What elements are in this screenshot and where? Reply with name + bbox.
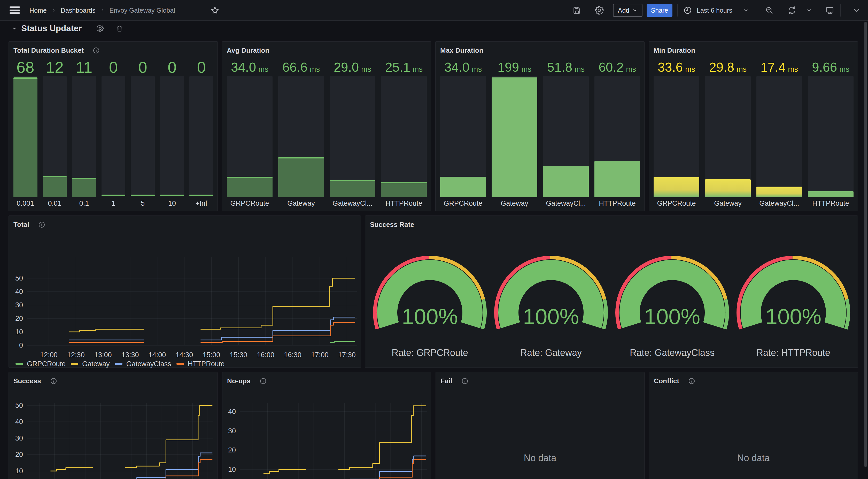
panel-max-duration[interactable]: Max Duration34.0msGRPCRoute199msGateway5… xyxy=(435,41,645,211)
y-axis-tick: 40 xyxy=(15,288,23,296)
legend-series-label[interactable]: Gateway xyxy=(82,360,110,368)
zoom-out-icon[interactable] xyxy=(764,5,774,15)
navbar-actions: Add Share Last 6 hours xyxy=(0,0,868,21)
panel-title[interactable]: Total Duration Bucket xyxy=(13,46,84,55)
gauge-title: Rate: GatewayClass xyxy=(612,347,733,358)
share-button[interactable]: Share xyxy=(647,4,673,17)
bar-track xyxy=(72,76,96,195)
legend-series-label[interactable]: HTTPRoute xyxy=(188,360,225,368)
bar-value-number: 25.1 xyxy=(385,60,410,75)
bar-value-number: 17.4 xyxy=(761,60,785,75)
panel-success[interactable]: Success1020304050 xyxy=(8,372,218,479)
panel-total[interactable]: Total0102030405012:0012:3013:0013:3014:0… xyxy=(8,215,361,368)
bar-value: 68 xyxy=(11,60,40,75)
bar-value-number: 0 xyxy=(168,58,177,76)
legend-series-label[interactable]: GatewayClass xyxy=(126,360,171,368)
panel-header: Max Duration xyxy=(440,46,483,55)
bar-value: 11 xyxy=(69,60,99,75)
bar-label: GatewayCl... xyxy=(540,200,592,208)
divider xyxy=(677,4,678,16)
gauge-rate-gateway[interactable]: 100% xyxy=(491,253,611,335)
grafana-dashboard: Home Dashboards Envoy Gateway Global Add… xyxy=(0,0,868,479)
panel-conflict[interactable]: ConflictNo data xyxy=(649,372,858,479)
panel-fail[interactable]: FailNo data xyxy=(436,372,645,479)
panel-title[interactable]: Min Duration xyxy=(654,46,695,55)
y-axis-tick: 20 xyxy=(228,446,236,454)
panel-title[interactable]: Success Rate xyxy=(370,221,414,229)
bar-value-unit: ms xyxy=(575,65,585,73)
bar-fill xyxy=(330,180,375,197)
panel-total-duration-bucket[interactable]: Total Duration Bucket680.001120.01110.10… xyxy=(8,41,218,211)
gauge-rate-httproute[interactable]: 100% xyxy=(733,253,854,335)
time-series-plot[interactable]: 10203040 xyxy=(222,372,431,479)
bar-value-number: 29.0 xyxy=(334,60,359,75)
bar-value-number: 9.66 xyxy=(812,60,837,75)
row-collapse-chevron-icon[interactable] xyxy=(12,26,17,31)
y-axis-tick: 20 xyxy=(15,451,23,458)
bar-track xyxy=(381,76,427,195)
bar-value: 34.0ms xyxy=(437,60,489,75)
bar-value-unit: ms xyxy=(361,65,371,73)
series-GatewayClass xyxy=(200,317,355,340)
bar-value-unit: ms xyxy=(737,65,747,73)
bar-label: GatewayCl... xyxy=(327,200,378,208)
y-axis-tick: 50 xyxy=(15,274,23,282)
gauge-rate-grpcroute[interactable]: 100% xyxy=(370,253,490,335)
panel-success-rate[interactable]: Success Rate100%Rate: GRPCRoute100%Rate:… xyxy=(365,215,858,368)
y-axis-tick: 30 xyxy=(228,427,236,435)
panel-no-ops[interactable]: No-ops10203040 xyxy=(222,372,431,479)
gauge-title: Rate: HTTPRoute xyxy=(733,347,854,358)
legend-item[interactable]: GRPCRoute xyxy=(16,360,66,368)
gauge-rate-gatewayclass[interactable]: 100% xyxy=(612,253,733,335)
y-axis-tick: 0 xyxy=(19,341,23,349)
bar-fill xyxy=(227,177,273,197)
gauge-value: 100% xyxy=(644,304,700,329)
bar-fill xyxy=(492,77,537,197)
bar-fill xyxy=(160,195,184,196)
panel-min-duration[interactable]: Min Duration33.6msGRPCRoute29.8msGateway… xyxy=(649,41,858,211)
add-button[interactable]: Add xyxy=(613,4,643,17)
bar-value-unit: ms xyxy=(788,65,798,73)
panel-header: Avg Duration xyxy=(227,46,270,55)
panel-title[interactable]: Conflict xyxy=(654,377,679,385)
page-scrollbar[interactable] xyxy=(864,22,867,467)
panel-info-icon[interactable] xyxy=(92,47,100,54)
legend-series-label[interactable]: GRPCRoute xyxy=(27,360,66,368)
series-Gateway xyxy=(69,329,144,332)
row-actions xyxy=(96,25,123,32)
y-axis-tick: 40 xyxy=(228,408,236,415)
bar-fill xyxy=(101,195,126,196)
time-series-plot[interactable]: 1020304050 xyxy=(9,372,217,479)
panel-header: Conflict xyxy=(654,376,695,385)
refresh-interval-chevron-icon[interactable] xyxy=(804,5,814,15)
panel-title[interactable]: Fail xyxy=(440,377,452,385)
bar-label: 0.001 xyxy=(11,200,40,208)
row-title[interactable]: Status Updater xyxy=(21,24,82,33)
panel-title[interactable]: Max Duration xyxy=(440,46,483,55)
collapse-toolbar-chevron-icon[interactable] xyxy=(851,5,862,15)
refresh-icon[interactable] xyxy=(787,5,797,15)
series-Gateway xyxy=(200,278,355,329)
bar-fill xyxy=(705,179,751,197)
panel-info-icon[interactable] xyxy=(688,377,695,385)
panel-info-icon[interactable] xyxy=(461,377,469,385)
legend-item[interactable]: Gateway xyxy=(71,360,110,368)
row-delete-trash-icon[interactable] xyxy=(116,25,123,32)
time-range-picker[interactable]: Last 6 hours xyxy=(683,4,749,17)
legend-item[interactable]: GatewayClass xyxy=(115,360,171,368)
panel-header: Min Duration xyxy=(654,46,695,55)
dashboard-settings-icon[interactable] xyxy=(594,5,604,15)
time-series-plot[interactable]: 0102030405012:0012:3013:0013:3014:0014:3… xyxy=(9,216,361,368)
tv-kiosk-icon[interactable] xyxy=(825,5,835,15)
save-dashboard-icon[interactable] xyxy=(572,5,582,15)
panel-title[interactable]: Avg Duration xyxy=(227,46,270,55)
bar-label: +Inf xyxy=(187,200,216,208)
x-axis-tick: 12:00 xyxy=(40,351,58,359)
no-data-message: No data xyxy=(649,453,858,464)
gauge-value: 100% xyxy=(523,304,579,329)
panel-avg-duration[interactable]: Avg Duration34.0msGRPCRoute66.6msGateway… xyxy=(222,41,431,211)
legend-item[interactable]: HTTPRoute xyxy=(177,360,225,368)
row-settings-gear-icon[interactable] xyxy=(96,25,104,32)
bar-value: 0 xyxy=(128,60,158,75)
bar-value-number: 199 xyxy=(498,60,519,75)
